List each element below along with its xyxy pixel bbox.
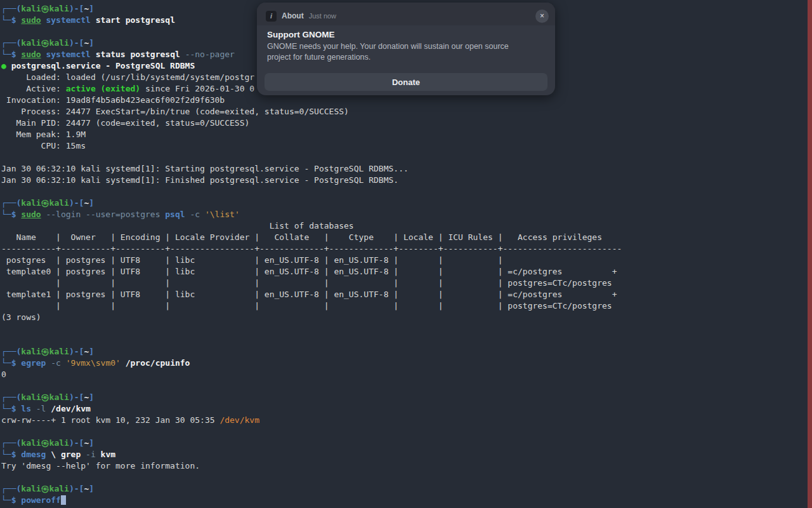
terminal-text: Active: [1, 84, 66, 93]
terminal-text: \ grep [46, 450, 86, 459]
terminal-text: --login --user=postgres [46, 210, 160, 219]
terminal-line: Process: 24477 ExecStart=/bin/true (code… [1, 106, 806, 117]
terminal-line: -----------+----------+----------+------… [1, 243, 806, 255]
terminal-line: Jan 30 06:32:10 kali systemd[1]: Finishe… [1, 175, 806, 186]
terminal-line [1, 380, 806, 392]
terminal-line: 0 [1, 369, 806, 380]
terminal-text: (3 rows) [1, 312, 41, 322]
terminal-text: poweroff [21, 495, 61, 505]
terminal-text: └─$ [1, 210, 21, 219]
terminal-line: (3 rows) [1, 312, 806, 323]
terminal-text: kali㉿kali [21, 4, 69, 13]
terminal-line: ┌──(kali㉿kali)-[~] [1, 197, 806, 209]
terminal-text: └─$ [1, 15, 21, 25]
terminal-text: /dev/kvm [219, 415, 259, 425]
terminal-line [1, 335, 806, 346]
terminal-text: ┌──( [1, 484, 21, 493]
terminal-text: └─$ [1, 358, 21, 368]
terminal-text: since Fri 2026-01-30 0 [140, 84, 254, 93]
terminal-text: 0 [1, 370, 6, 379]
terminal-text: Process: 24477 ExecStart=/bin/true (code… [1, 107, 349, 116]
terminal-line: ┌──(kali㉿kali)-[~] [1, 438, 806, 449]
terminal-text: Jan 30 06:32:10 kali systemd[1]: Finishe… [1, 175, 398, 185]
terminal-text: ┌──( [1, 38, 21, 48]
terminal-line [1, 472, 806, 483]
terminal-text: | | | | | | | | postgres=CTc/postgres [1, 301, 612, 311]
terminal-text: template1 | postgres | UTF8 | libc | en_… [1, 290, 617, 299]
terminal-line: | | | | | | | | postgres=CTc/postgres [1, 300, 806, 312]
terminal-line: Main PID: 24477 (code=exited, status=0/S… [1, 117, 806, 129]
terminal-text [200, 210, 205, 219]
terminal-text: )-[ [69, 484, 84, 493]
terminal-text: /proc/cpuinfo [121, 358, 190, 368]
terminal-text: sudo [21, 15, 41, 25]
terminal-line: List of databases [1, 220, 806, 232]
terminal-text [31, 404, 36, 413]
terminal-window: ┌──(kali㉿kali)-[~]└─$ sudo systemctl sta… [0, 0, 812, 508]
terminal-text: template0 | postgres | UTF8 | libc | en_… [1, 267, 617, 276]
terminal-text: psql [165, 210, 185, 219]
terminal-text: ┌──( [1, 4, 21, 13]
terminal-text: --no-pager [185, 50, 235, 59]
terminal-text: systemctl [46, 50, 90, 59]
cursor [61, 495, 66, 505]
terminal-text: Invocation: 19ad8f4b5a6b423eac6f002f2d9f… [1, 95, 225, 105]
terminal-text: List of databases [1, 221, 354, 231]
terminal-text: Mem peak: 1.9M [1, 130, 86, 139]
terminal-text: start postgresql [91, 15, 175, 25]
terminal-text: kvm [96, 450, 115, 459]
terminal-line: Invocation: 19ad8f4b5a6b423eac6f002f2d9f… [1, 95, 806, 106]
terminal-line: | | | | | | | | postgres=CTc/postgres [1, 277, 806, 289]
terminal-text: kali㉿kali [21, 392, 69, 402]
terminal-text: └─$ [1, 450, 21, 459]
terminal-line: CPU: 15ms [1, 140, 806, 152]
terminal-line: └─$ sudo --login --user=postgres psql -c… [1, 209, 806, 220]
terminal-text: -l [36, 404, 46, 413]
terminal-text: CPU: 15ms [1, 141, 86, 150]
terminal-text: Jan 30 06:32:10 kali systemd[1]: Startin… [1, 164, 409, 173]
terminal-scrollbar[interactable] [808, 0, 812, 508]
terminal-text: kali㉿kali [21, 438, 69, 448]
terminal-text: -c [51, 358, 61, 368]
terminal-text [61, 358, 66, 368]
terminal-line: crw-rw----+ 1 root kvm 10, 232 Jan 30 05… [1, 415, 806, 426]
notification-close-button[interactable]: × [535, 10, 549, 23]
terminal-line: └─$ egrep -c '9vmx\svm0' /proc/cpuinfo [1, 358, 806, 369]
terminal-line: template0 | postgres | UTF8 | libc | en_… [1, 266, 806, 277]
terminal-text: systemctl [46, 15, 90, 25]
terminal-line [1, 323, 806, 335]
terminal-line [1, 152, 806, 163]
terminal-line [1, 426, 806, 438]
terminal-text: | | | | | | | | postgres=CTc/postgres [1, 278, 612, 288]
terminal-text: kali㉿kali [21, 198, 69, 208]
terminal-text: active (exited) [66, 84, 140, 93]
terminal-text: └─$ [1, 495, 21, 505]
terminal-text: Name | Owner | Encoding | Locale Provide… [1, 232, 602, 242]
notification-title: Support GNOME [257, 25, 555, 41]
about-app-icon: i [266, 11, 277, 22]
terminal-text: sudo [21, 210, 41, 219]
terminal-text: ] [89, 392, 94, 402]
terminal-text: )-[ [69, 4, 84, 13]
terminal-text: kali㉿kali [21, 484, 69, 493]
terminal-line: └─$ dmesg \ grep -i kvm [1, 449, 806, 460]
terminal-text: )-[ [69, 438, 84, 448]
terminal-line: Mem peak: 1.9M [1, 129, 806, 140]
terminal-text: -c [190, 210, 200, 219]
notification-body: GNOME needs your help. Your donation wil… [257, 41, 540, 63]
terminal-text: dmesg [21, 450, 46, 459]
donate-button[interactable]: Donate [265, 73, 547, 91]
terminal-text: sudo [21, 50, 41, 59]
terminal-text: -----------+----------+----------+------… [1, 244, 622, 253]
terminal-text: ┌──( [1, 347, 21, 356]
terminal-text: postgres | postgres | UTF8 | libc | en_U… [1, 255, 503, 265]
terminal-text: └─$ [1, 50, 21, 59]
terminal-text: kali㉿kali [21, 38, 69, 48]
close-icon: × [540, 12, 544, 20]
terminal-line: Try 'dmesg --help' for more information. [1, 460, 806, 472]
terminal-text: ┌──( [1, 392, 21, 402]
terminal-text: ] [89, 484, 94, 493]
terminal-text: Main PID: 24477 (code=exited, status=0/S… [1, 118, 249, 128]
terminal-line: Jan 30 06:32:10 kali systemd[1]: Startin… [1, 163, 806, 175]
terminal-text: ┌──( [1, 438, 21, 448]
